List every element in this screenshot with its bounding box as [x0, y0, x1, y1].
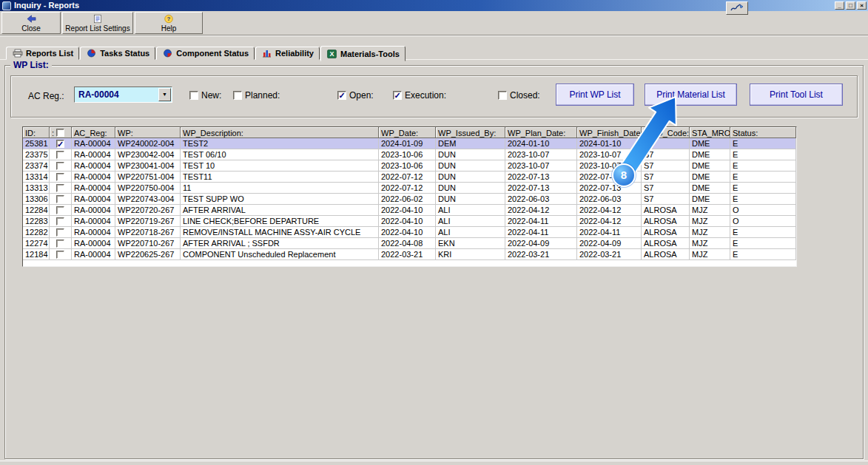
filter-checkbox-planned[interactable]: Planned: [233, 90, 280, 101]
table-row[interactable]: 23374RA-00004WP230041-004TEST 102023-10-… [23, 160, 796, 172]
filter-checkbox-closed[interactable]: Closed: [498, 90, 540, 101]
row-checkbox[interactable] [56, 184, 64, 192]
column-header-finish_date[interactable]: WP_Finish_Date: [577, 127, 642, 138]
cell-checkbox[interactable] [50, 238, 72, 249]
cell-status: E [730, 194, 796, 205]
row-checkbox[interactable]: ✓ [56, 140, 64, 148]
cell-description: COMPONENT Unscheduled Replacement [181, 249, 379, 260]
tab-materials-tools[interactable]: X Materials-Tools [320, 46, 406, 61]
cell-mro_code: S7 [642, 194, 690, 205]
print-tool-list-button[interactable]: Print Tool List [750, 84, 843, 106]
cell-id: 12284 [23, 205, 50, 216]
column-header-sta_mro[interactable]: STA_MRO: [690, 127, 730, 138]
row-checkbox[interactable] [56, 228, 64, 237]
grid-body: 25381✓RA-00004WP240002-004TEST22024-01-0… [23, 138, 796, 260]
filter-checkbox-open[interactable]: ✓Open: [337, 90, 374, 101]
table-row[interactable]: 12283RA-00004WP220719-267LINE CHECK;BEFO… [23, 216, 796, 227]
minimize-button[interactable]: _ [835, 1, 844, 10]
cell-checkbox[interactable] [50, 160, 72, 172]
column-header-issued_by[interactable]: WP_Issued_By: [436, 127, 505, 138]
column-header-mro_code[interactable]: MRO_Code: [642, 127, 690, 138]
filter-checkbox-label: Open: [349, 90, 374, 101]
row-checkbox[interactable] [56, 151, 64, 159]
cell-checkbox[interactable] [50, 249, 72, 260]
ac-reg-combobox[interactable]: RA-00004 ▼ [74, 86, 172, 103]
cell-checkbox[interactable] [50, 172, 72, 183]
checkbox-icon[interactable] [498, 91, 507, 100]
cell-id: 13313 [23, 183, 50, 194]
cell-status: E [730, 138, 796, 149]
help-button[interactable]: ? Help [135, 12, 203, 34]
checkbox-icon[interactable] [189, 91, 198, 100]
tab-reports-list[interactable]: Reports List [6, 47, 79, 60]
column-header-wp_date[interactable]: WP_Date: [379, 127, 436, 138]
cell-plan_date: 2022-04-12 [505, 205, 577, 216]
table-row[interactable]: 23375RA-00004WP230042-004TEST 06/102023-… [23, 149, 796, 160]
header-checkbox[interactable] [56, 129, 64, 137]
cell-checkbox[interactable] [50, 194, 72, 205]
tab-tasks-status[interactable]: Tasks Status [80, 47, 155, 60]
filter-checkbox-new[interactable]: New: [189, 90, 221, 101]
cell-checkbox[interactable] [50, 149, 72, 160]
column-header-id[interactable]: ID: [23, 127, 50, 138]
table-row[interactable]: 12274RA-00004WP220710-267AFTER ARRIVAL ;… [23, 238, 796, 249]
close-window-button[interactable]: × [857, 1, 867, 10]
report-list-settings-label: Report List Settings [65, 24, 129, 33]
checkbox-icon[interactable]: ✓ [337, 91, 346, 100]
table-row[interactable]: 12184RA-00004WP220625-267COMPONENT Unsch… [23, 249, 796, 260]
cell-wp: WP220718-267 [115, 227, 181, 238]
column-header-description[interactable]: WP_Description: [181, 127, 379, 138]
tab-component-status[interactable]: Component Status [156, 47, 255, 60]
report-list-settings-icon [92, 14, 104, 24]
row-checkbox[interactable] [56, 195, 64, 203]
cell-ac_reg: RA-00004 [72, 216, 115, 227]
column-header-ac_reg[interactable]: AC_Reg: [72, 127, 115, 138]
cell-status: O [730, 216, 796, 227]
cell-finish_date: 2024-01-10 [577, 138, 642, 149]
cell-ac_reg: RA-00004 [72, 149, 115, 160]
table-row[interactable]: 25381✓RA-00004WP240002-004TEST22024-01-0… [23, 138, 796, 149]
checkbox-icon[interactable]: ✓ [393, 91, 402, 100]
report-list-settings-button[interactable]: Report List Settings [62, 12, 133, 34]
row-checkbox[interactable] [56, 240, 64, 248]
print-material-list-button[interactable]: Print Material List [645, 84, 737, 106]
cell-id: 23374 [23, 160, 50, 172]
column-header-checkbox[interactable]: : [50, 127, 72, 138]
row-checkbox[interactable] [56, 251, 64, 259]
cell-issued_by: ALI [436, 227, 505, 238]
cell-checkbox[interactable]: ✓ [50, 138, 72, 149]
tab-reliability[interactable]: Reliability [255, 47, 320, 60]
bar-chart-icon [261, 49, 272, 58]
column-header-status[interactable]: Status: [730, 127, 796, 138]
ac-reg-value: RA-00004 [75, 89, 158, 100]
chevron-down-icon[interactable]: ▼ [158, 88, 171, 101]
table-row[interactable]: 12284RA-00004WP220720-267AFTER ARRIVAL20… [23, 205, 796, 216]
table-row[interactable]: 13314RA-00004WP220751-004TEST112022-07-1… [23, 172, 796, 183]
row-checkbox[interactable] [56, 217, 64, 225]
cell-ac_reg: RA-00004 [72, 138, 115, 149]
cell-checkbox[interactable] [50, 216, 72, 227]
print-preview-button[interactable] [726, 1, 748, 15]
print-wp-list-button[interactable]: Print WP List [556, 84, 634, 106]
checkbox-icon[interactable] [233, 91, 242, 100]
cell-checkbox[interactable] [50, 227, 72, 238]
cell-description: REMOVE/INSTALL MACHINE ASSY-AIR CYCLE [181, 227, 379, 238]
row-checkbox[interactable] [56, 162, 64, 170]
table-row[interactable]: 13313RA-00004WP220750-004112022-07-12DUN… [23, 183, 796, 194]
row-checkbox[interactable] [56, 206, 64, 214]
table-row[interactable]: 12282RA-00004WP220718-267REMOVE/INSTALL … [23, 227, 796, 238]
cell-checkbox[interactable] [50, 183, 72, 194]
column-header-plan_date[interactable]: WP_Plan_Date: [505, 127, 577, 138]
pie-chart-icon [86, 49, 97, 58]
row-checkbox[interactable] [56, 173, 64, 181]
cell-checkbox[interactable] [50, 205, 72, 216]
cell-plan_date: 2022-03-21 [505, 249, 577, 260]
filter-checkbox-execution[interactable]: ✓Execution: [393, 90, 446, 101]
cell-ac_reg: RA-00004 [72, 238, 115, 249]
maximize-button[interactable]: □ [846, 1, 855, 10]
table-row[interactable]: 13306RA-00004WP220743-004TEST SUPP WO202… [23, 194, 796, 205]
close-button[interactable]: Close [1, 12, 61, 34]
column-header-wp[interactable]: WP: [115, 127, 181, 138]
cell-status: E [730, 172, 796, 183]
cell-wp: WP220710-267 [115, 238, 181, 249]
